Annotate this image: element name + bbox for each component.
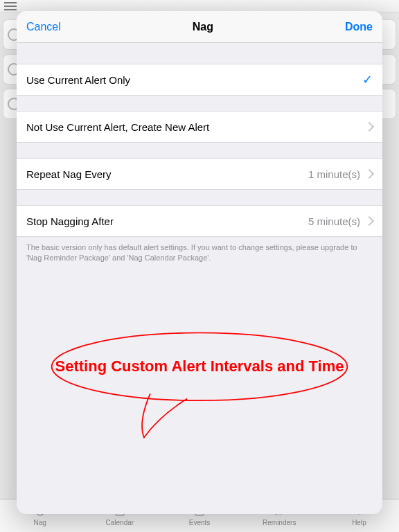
done-button[interactable]: Done: [345, 21, 373, 33]
cancel-button[interactable]: Cancel: [26, 21, 61, 33]
tab-label: Calendar: [106, 519, 134, 526]
chevron-right-icon: [364, 169, 374, 179]
row-label: Stop Nagging After: [26, 215, 114, 227]
row-value: 5 minute(s): [308, 215, 360, 227]
chevron-right-icon: [364, 216, 374, 226]
sheet-title: Nag: [193, 21, 213, 33]
row-label: Not Use Current Alert, Create New Alert: [26, 121, 209, 133]
chevron-right-icon: [364, 122, 374, 132]
sheet-body: Use Current Alert Only ✓ Not Use Current…: [17, 43, 382, 514]
row-label: Repeat Nag Every: [26, 168, 112, 180]
sheet-footnote: The basic version only has default alert…: [17, 237, 382, 263]
tab-label: Events: [189, 519, 211, 526]
row-repeat-nag-every[interactable]: Repeat Nag Every 1 minute(s): [17, 158, 382, 190]
sheet-header: Cancel Nag Done: [17, 11, 382, 43]
nag-settings-sheet: Cancel Nag Done Use Current Alert Only ✓…: [17, 11, 382, 514]
row-value: 1 minute(s): [308, 168, 360, 180]
row-use-current-alert[interactable]: Use Current Alert Only ✓: [17, 64, 382, 96]
tab-label: Help: [352, 519, 366, 526]
row-not-use-current-alert[interactable]: Not Use Current Alert, Create New Alert: [17, 111, 382, 143]
tab-label: Reminders: [263, 519, 296, 526]
hamburger-icon: [4, 2, 17, 10]
row-label: Use Current Alert Only: [26, 74, 130, 86]
row-stop-nagging-after[interactable]: Stop Nagging After 5 minute(s): [17, 205, 382, 237]
checkmark-icon: ✓: [362, 72, 373, 87]
tab-label: Nag: [33, 519, 46, 526]
